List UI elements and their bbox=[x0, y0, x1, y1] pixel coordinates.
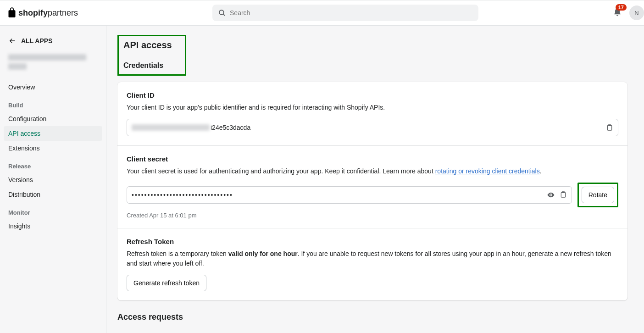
rotate-highlight: Rotate bbox=[577, 183, 618, 207]
svg-rect-6 bbox=[561, 192, 565, 197]
clipboard-icon bbox=[606, 124, 613, 131]
client-id-section: Client ID Your client ID is your app's p… bbox=[117, 82, 627, 146]
client-secret-timestamp: Created Apr 15 at 6:01 pm bbox=[127, 212, 618, 219]
eye-icon bbox=[547, 191, 555, 199]
sidebar-heading-monitor: Monitor bbox=[4, 202, 102, 219]
client-id-field[interactable]: i24e5c3dacda bbox=[127, 119, 618, 136]
sidebar-item-distribution[interactable]: Distribution bbox=[4, 187, 102, 202]
client-id-redacted bbox=[132, 124, 210, 131]
notifications-button[interactable]: 17 bbox=[613, 8, 622, 18]
reveal-secret-button[interactable] bbox=[547, 191, 555, 199]
refresh-token-desc: Refresh token is a temporary token valid… bbox=[127, 249, 618, 268]
main-content: API access Credentials Client ID Your cl… bbox=[106, 26, 638, 333]
generate-refresh-token-button[interactable]: Generate refresh token bbox=[127, 275, 206, 291]
page-title: API access bbox=[123, 40, 180, 50]
credentials-card: Client ID Your client ID is your app's p… bbox=[117, 82, 627, 300]
logo[interactable]: shopifypartners bbox=[7, 7, 78, 18]
search-field[interactable] bbox=[212, 5, 478, 21]
sidebar-item-configuration[interactable]: Configuration bbox=[4, 111, 102, 126]
sidebar-item-api-access[interactable]: API access bbox=[4, 126, 102, 141]
page-header-highlight: API access Credentials bbox=[117, 35, 186, 76]
app-name-redacted bbox=[4, 49, 102, 80]
topbar: shopifypartners 17 N bbox=[0, 0, 644, 26]
sidebar-item-extensions[interactable]: Extensions bbox=[4, 141, 102, 155]
svg-point-4 bbox=[550, 194, 551, 196]
rotating-credentials-link[interactable]: rotating or revoking client credentials bbox=[435, 167, 540, 175]
sidebar-heading-release: Release bbox=[4, 155, 102, 172]
client-secret-section: Client secret Your client secret is used… bbox=[117, 146, 627, 228]
refresh-token-section: Refresh Token Refresh token is a tempora… bbox=[117, 228, 627, 300]
client-id-title: Client ID bbox=[127, 91, 618, 99]
sidebar-item-versions[interactable]: Versions bbox=[4, 172, 102, 187]
access-requests-title: Access requests bbox=[117, 312, 627, 322]
back-to-all-apps[interactable]: ALL APPS bbox=[4, 33, 102, 49]
brand-name: shopifypartners bbox=[18, 8, 78, 18]
page-subtitle: Credentials bbox=[123, 61, 180, 70]
client-id-visible-tail: i24e5c3dacda bbox=[211, 124, 250, 131]
svg-line-1 bbox=[223, 14, 225, 16]
notification-badge: 17 bbox=[616, 4, 627, 11]
shopify-bag-icon bbox=[7, 7, 17, 18]
sidebar-item-overview[interactable]: Overview bbox=[4, 80, 102, 94]
copy-secret-button[interactable] bbox=[560, 191, 567, 199]
sidebar-heading-build: Build bbox=[4, 94, 102, 111]
sidebar-item-insights[interactable]: Insights bbox=[4, 219, 102, 233]
client-secret-masked: •••••••••••••••••••••••••••••••• bbox=[132, 191, 547, 199]
search-wrap bbox=[78, 5, 613, 21]
client-secret-field[interactable]: •••••••••••••••••••••••••••••••• bbox=[127, 186, 572, 204]
sidebar: ALL APPS Overview Build Configuration AP… bbox=[0, 26, 106, 333]
svg-point-0 bbox=[219, 10, 224, 15]
client-secret-desc: Your client secret is used for authentic… bbox=[127, 166, 618, 176]
avatar[interactable]: N bbox=[629, 6, 644, 20]
back-label: ALL APPS bbox=[21, 37, 52, 44]
client-secret-title: Client secret bbox=[127, 155, 618, 163]
search-input[interactable] bbox=[230, 9, 473, 17]
clipboard-icon bbox=[560, 191, 567, 198]
search-icon bbox=[218, 9, 226, 17]
refresh-token-title: Refresh Token bbox=[127, 238, 618, 245]
client-id-desc: Your client ID is your app's public iden… bbox=[127, 103, 618, 112]
svg-rect-3 bbox=[607, 125, 611, 130]
topbar-right: 17 N bbox=[613, 6, 637, 20]
rotate-button[interactable]: Rotate bbox=[582, 187, 614, 203]
copy-client-id-button[interactable] bbox=[606, 124, 613, 131]
arrow-left-icon bbox=[8, 37, 17, 45]
